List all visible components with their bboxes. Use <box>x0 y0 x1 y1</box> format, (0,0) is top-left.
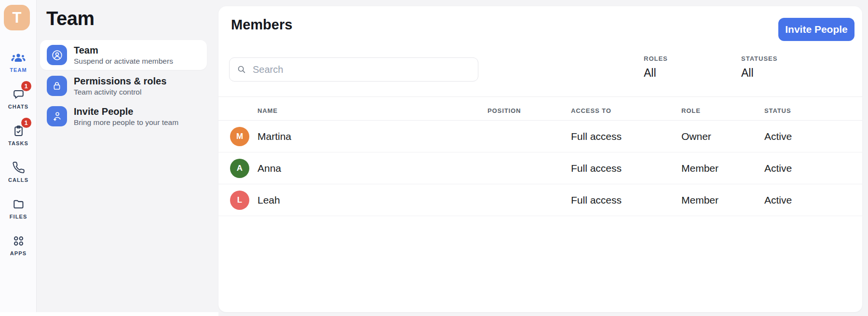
sidebar-item-files[interactable]: FILES <box>0 192 37 220</box>
statuses-filter-value[interactable]: All <box>741 67 777 80</box>
member-status: Active <box>764 163 792 174</box>
sidebar-item-label: CALLS <box>8 177 28 183</box>
member-status: Active <box>764 194 792 206</box>
member-role: Owner <box>681 131 711 142</box>
sidebar-item-label: CHATS <box>8 104 29 110</box>
calls-icon <box>12 160 25 174</box>
column-header-name: NAME <box>258 107 278 114</box>
roles-filter-value[interactable]: All <box>644 67 668 80</box>
member-access: Full access <box>571 194 622 206</box>
menu-item-invite-people[interactable]: Invite People Bring more people to your … <box>40 101 207 131</box>
sidebar-item-label: TASKS <box>8 140 28 146</box>
column-header-position: POSITION <box>488 107 521 114</box>
table-header-row: NAME POSITION ACCESS TO ROLE STATUS <box>218 96 862 121</box>
app-icon-rail: T TEAM 1 CHATS <box>0 0 37 316</box>
members-table: M Martina Full access Owner Active A Ann… <box>218 121 862 216</box>
member-access: Full access <box>571 163 622 174</box>
member-access: Full access <box>571 131 622 142</box>
table-row[interactable]: L Leah Full access Member Active <box>218 184 862 216</box>
member-role: Member <box>681 194 719 206</box>
sidebar-item-apps[interactable]: APPS <box>0 229 37 256</box>
search-input[interactable] <box>253 64 471 75</box>
member-name: Leah <box>258 194 280 206</box>
team-icon <box>11 50 26 64</box>
files-icon <box>12 196 25 211</box>
tasks-icon: 1 <box>12 123 25 137</box>
search-box <box>229 57 478 82</box>
sidebar-item-label: APPS <box>10 250 27 256</box>
apps-icon <box>12 233 25 247</box>
statuses-filter: STATUSES All <box>741 55 777 80</box>
member-role: Member <box>681 163 719 174</box>
members-card: Members Invite People ROLES All STATUSES… <box>218 6 862 312</box>
table-row[interactable]: A Anna Full access Member Active <box>218 152 862 184</box>
page-title: Members <box>231 17 292 33</box>
roles-filter-label: ROLES <box>644 55 668 62</box>
member-icon <box>47 45 67 65</box>
menu-item-subtitle: Suspend or activate members <box>74 57 173 66</box>
sidebar-item-label: TEAM <box>10 67 27 73</box>
chats-icon: 1 <box>12 86 25 101</box>
member-name: Martina <box>258 131 291 142</box>
invite-people-button[interactable]: Invite People <box>778 18 854 41</box>
menu-item-team[interactable]: Team Suspend or activate members <box>40 40 207 70</box>
member-status: Active <box>764 131 792 142</box>
avatar: A <box>230 159 249 178</box>
sidebar-item-label: FILES <box>10 214 27 220</box>
panel-bottom-edge <box>0 312 218 316</box>
member-name: Anna <box>258 163 281 174</box>
menu-item-title: Invite People <box>74 106 178 117</box>
invite-icon <box>47 106 67 126</box>
chats-unread-badge: 1 <box>21 81 31 91</box>
menu-item-permissions[interactable]: Permissions & roles Team activity contro… <box>40 71 207 101</box>
column-header-role: ROLE <box>681 107 701 114</box>
sidebar-item-team[interactable]: TEAM <box>0 46 37 73</box>
sidebar-item-chats[interactable]: 1 CHATS <box>0 82 37 110</box>
table-row[interactable]: M Martina Full access Owner Active <box>218 121 862 152</box>
menu-item-title: Permissions & roles <box>74 76 166 87</box>
tasks-unread-badge: 1 <box>21 118 31 128</box>
panel-title: Team <box>46 8 95 29</box>
menu-item-subtitle: Bring more people to your team <box>74 118 178 127</box>
statuses-filter-label: STATUSES <box>741 55 777 62</box>
avatar: L <box>230 191 249 210</box>
team-settings-panel: Team Team Suspend or activate members Pe… <box>37 0 218 312</box>
sidebar-item-calls[interactable]: CALLS <box>0 156 37 183</box>
menu-item-title: Team <box>74 45 173 56</box>
avatar: M <box>230 127 249 146</box>
sidebar-item-tasks[interactable]: 1 TASKS <box>0 119 37 146</box>
workspace-logo[interactable]: T <box>4 5 30 30</box>
column-header-status: STATUS <box>764 107 791 114</box>
search-icon <box>236 64 247 75</box>
lock-icon <box>47 76 67 96</box>
column-header-access: ACCESS TO <box>571 107 611 114</box>
roles-filter: ROLES All <box>644 55 668 80</box>
menu-item-subtitle: Team activity control <box>74 88 166 96</box>
